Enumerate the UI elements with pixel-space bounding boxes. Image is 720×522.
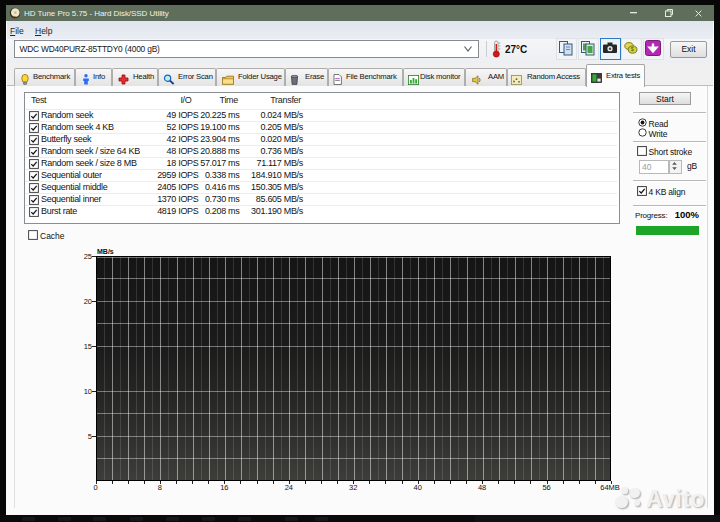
svg-text:$: $ [631, 46, 634, 52]
